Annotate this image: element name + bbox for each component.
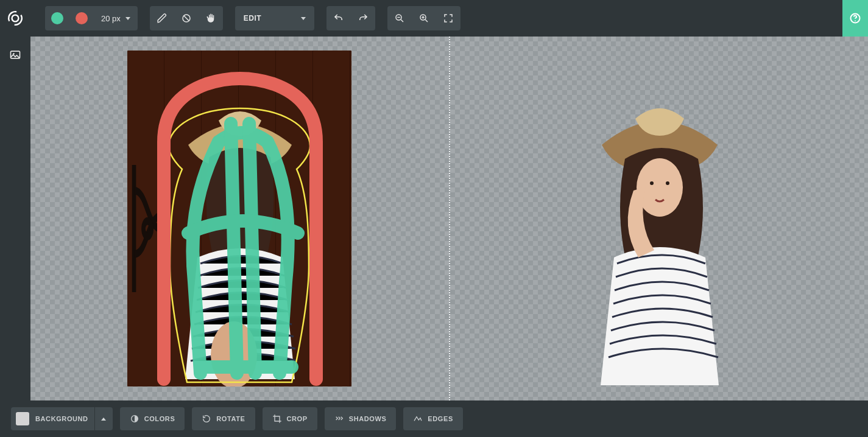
rotate-label: ROTATE xyxy=(216,415,245,422)
undo-icon xyxy=(333,13,344,24)
erase-tool-button[interactable] xyxy=(174,6,199,30)
zoom-out-icon xyxy=(394,13,405,24)
colors-icon xyxy=(130,414,139,424)
left-rail xyxy=(0,37,30,400)
background-caret-button[interactable] xyxy=(94,407,113,430)
svg-point-1 xyxy=(12,15,19,22)
chevron-down-icon xyxy=(301,17,306,20)
keep-dot-icon xyxy=(51,12,63,24)
app-logo xyxy=(0,0,30,37)
chevron-up-icon xyxy=(101,418,106,421)
mask-overlay xyxy=(127,51,351,386)
fullscreen-icon xyxy=(443,13,454,24)
zoom-in-icon xyxy=(418,13,429,24)
help-button[interactable] xyxy=(842,0,868,37)
shadows-icon xyxy=(334,414,344,424)
tool-mode-group xyxy=(150,6,223,30)
keep-marker-button[interactable] xyxy=(45,6,69,30)
workspace xyxy=(30,37,868,400)
svg-point-12 xyxy=(650,181,654,185)
edit-mode-label: EDIT xyxy=(244,14,261,23)
bottom-toolbar: BACKGROUND COLORS ROTATE CROP SHADOWS xyxy=(0,400,868,437)
edges-button[interactable]: EDGES xyxy=(403,407,463,430)
source-canvas xyxy=(127,51,351,386)
preview-pane[interactable] xyxy=(450,37,869,400)
redo-icon xyxy=(358,13,369,24)
background-swatch xyxy=(16,412,29,425)
undo-button[interactable] xyxy=(326,6,351,30)
zoom-out-button[interactable] xyxy=(387,6,412,30)
svg-point-0 xyxy=(7,10,23,26)
background-button[interactable]: BACKGROUND xyxy=(11,412,94,425)
remove-marker-button[interactable] xyxy=(69,6,94,30)
source-pane[interactable] xyxy=(30,37,449,400)
background-label: BACKGROUND xyxy=(35,415,94,422)
top-toolbar: 20 px EDIT xyxy=(0,0,868,37)
main-area xyxy=(0,37,868,400)
zoom-group xyxy=(387,6,460,30)
history-group xyxy=(326,6,375,30)
svg-point-11 xyxy=(637,158,683,217)
crop-label: CROP xyxy=(287,415,308,422)
zoom-in-button[interactable] xyxy=(412,6,436,30)
rotate-icon xyxy=(202,414,211,424)
help-icon xyxy=(849,12,861,24)
marker-group: 20 px xyxy=(45,6,138,30)
background-picker: BACKGROUND xyxy=(11,407,113,430)
remove-dot-icon xyxy=(76,12,88,24)
chevron-down-icon xyxy=(125,17,130,20)
edit-mode-dropdown[interactable]: EDIT xyxy=(235,6,314,30)
rotate-button[interactable]: ROTATE xyxy=(192,407,255,430)
draw-tool-button[interactable] xyxy=(150,6,174,30)
erase-circle-icon xyxy=(181,13,192,24)
crop-icon xyxy=(272,414,282,424)
colors-button[interactable]: COLORS xyxy=(120,407,185,430)
image-library-button[interactable] xyxy=(5,45,25,65)
hand-icon xyxy=(205,13,216,24)
svg-point-13 xyxy=(666,181,669,185)
image-icon xyxy=(9,49,21,61)
cutout-subject xyxy=(547,51,771,386)
fit-screen-button[interactable] xyxy=(436,6,460,30)
pencil-icon xyxy=(157,13,168,24)
result-canvas xyxy=(547,51,771,386)
pan-tool-button[interactable] xyxy=(199,6,223,30)
edges-label: EDGES xyxy=(428,415,453,422)
brush-size-dropdown[interactable]: 20 px xyxy=(94,6,138,30)
shadows-button[interactable]: SHADOWS xyxy=(325,407,397,430)
redo-button[interactable] xyxy=(351,6,375,30)
brush-size-value: 20 px xyxy=(101,14,121,23)
shadows-label: SHADOWS xyxy=(349,415,387,422)
clipping-logo-icon xyxy=(7,10,23,26)
edges-icon xyxy=(413,414,423,424)
colors-label: COLORS xyxy=(144,415,175,422)
crop-button[interactable]: CROP xyxy=(263,407,317,430)
svg-point-6 xyxy=(855,20,856,21)
